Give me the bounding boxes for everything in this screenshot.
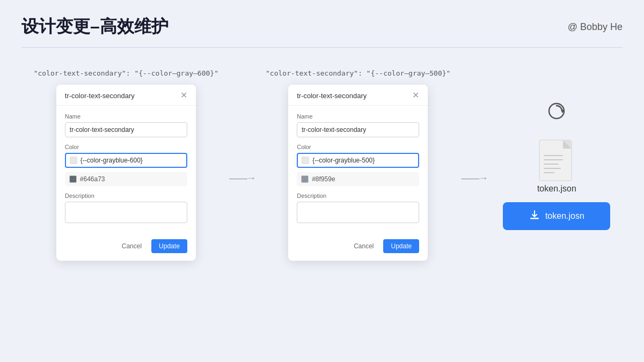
download-icon bbox=[529, 210, 540, 223]
step2-color-swatch bbox=[302, 157, 309, 164]
step2-name-input[interactable] bbox=[297, 122, 419, 137]
step2-color-label: Color bbox=[297, 144, 419, 150]
download-btn-label: token.josn bbox=[545, 211, 584, 221]
file-icon-area: token.json bbox=[535, 135, 578, 194]
step1-dialog-footer: Cancel Update bbox=[56, 236, 196, 261]
svg-rect-6 bbox=[544, 159, 563, 160]
step1-color-preview: #646a73 bbox=[65, 172, 187, 186]
step1-dialog: tr-color-text-secondary ✕ Name Color #64… bbox=[56, 85, 196, 261]
step1-close-button[interactable]: ✕ bbox=[180, 91, 187, 100]
step2-desc-label: Description bbox=[297, 193, 419, 199]
svg-rect-8 bbox=[544, 168, 561, 169]
svg-rect-7 bbox=[544, 164, 559, 165]
step2-color-hex: #8f959e bbox=[312, 175, 335, 183]
step2-close-button[interactable]: ✕ bbox=[412, 91, 419, 100]
arrow1-container: ——→ bbox=[218, 146, 266, 184]
step1-dialog-title: tr-color-text-secondary bbox=[65, 92, 135, 100]
step2-dialog-footer: Cancel Update bbox=[288, 236, 428, 261]
step1-label: "color-text-secondary": "{--color–gray–6… bbox=[34, 69, 218, 77]
step2-name-label: Name bbox=[297, 113, 419, 120]
file-doc-svg bbox=[535, 135, 578, 184]
step1-update-button[interactable]: Update bbox=[151, 239, 187, 253]
header: 设计变更–高效维护 @ Bobby He bbox=[0, 0, 644, 47]
step1-color-swatch bbox=[70, 157, 77, 164]
step1-container: "color-text-secondary": "{--color–gray–6… bbox=[34, 69, 218, 261]
step2-color-input-wrapper[interactable] bbox=[297, 153, 419, 168]
step1-dialog-header: tr-color-text-secondary ✕ bbox=[56, 85, 196, 106]
step2-container: "color-text-secondary": "{--color–gray–5… bbox=[266, 69, 450, 261]
step1-desc-input[interactable] bbox=[65, 202, 187, 223]
step2-color-preview-swatch bbox=[301, 175, 309, 183]
step2-dialog: tr-color-text-secondary ✕ Name Color #8f… bbox=[288, 85, 428, 261]
step1-dialog-body: Name Color #646a73 Description bbox=[56, 106, 196, 236]
output-container: token.json token.josn bbox=[503, 100, 610, 230]
svg-rect-9 bbox=[544, 172, 554, 173]
step1-color-value[interactable] bbox=[80, 157, 182, 164]
page-title: 设计变更–高效维护 bbox=[21, 15, 169, 39]
step2-color-value[interactable] bbox=[312, 157, 414, 164]
svg-rect-10 bbox=[530, 218, 539, 219]
user-info: @ Bobby He bbox=[568, 21, 623, 33]
step1-cancel-button[interactable]: Cancel bbox=[116, 240, 147, 253]
refresh-icon bbox=[546, 100, 567, 122]
svg-rect-5 bbox=[544, 155, 563, 156]
step2-label: "color-text-secondary": "{--color–gray–5… bbox=[266, 69, 450, 77]
step1-color-input-wrapper[interactable] bbox=[65, 153, 187, 168]
download-button[interactable]: token.josn bbox=[503, 202, 610, 230]
step1-name-input[interactable] bbox=[65, 122, 187, 137]
step2-dialog-body: Name Color #8f959e Description bbox=[288, 106, 428, 236]
step1-color-hex: #646a73 bbox=[80, 175, 105, 183]
output-filename-text: token.json bbox=[537, 184, 576, 194]
arrow1-icon: ——→ bbox=[229, 173, 255, 184]
step1-color-label: Color bbox=[65, 144, 187, 150]
main-content: "color-text-secondary": "{--color–gray–6… bbox=[0, 48, 644, 277]
step1-desc-label: Description bbox=[65, 193, 187, 199]
step2-color-preview: #8f959e bbox=[297, 172, 419, 186]
step1-name-label: Name bbox=[65, 113, 187, 120]
step2-dialog-title: tr-color-text-secondary bbox=[297, 92, 367, 100]
refresh-icon-wrap bbox=[546, 100, 567, 124]
step2-cancel-button[interactable]: Cancel bbox=[348, 240, 379, 253]
step2-update-button[interactable]: Update bbox=[383, 239, 419, 253]
step2-desc-input[interactable] bbox=[297, 202, 419, 223]
arrow2-icon: ——→ bbox=[461, 173, 487, 184]
arrow2-container: ——→ bbox=[450, 146, 497, 184]
step2-dialog-header: tr-color-text-secondary ✕ bbox=[288, 85, 428, 106]
step1-color-preview-swatch bbox=[69, 175, 77, 183]
